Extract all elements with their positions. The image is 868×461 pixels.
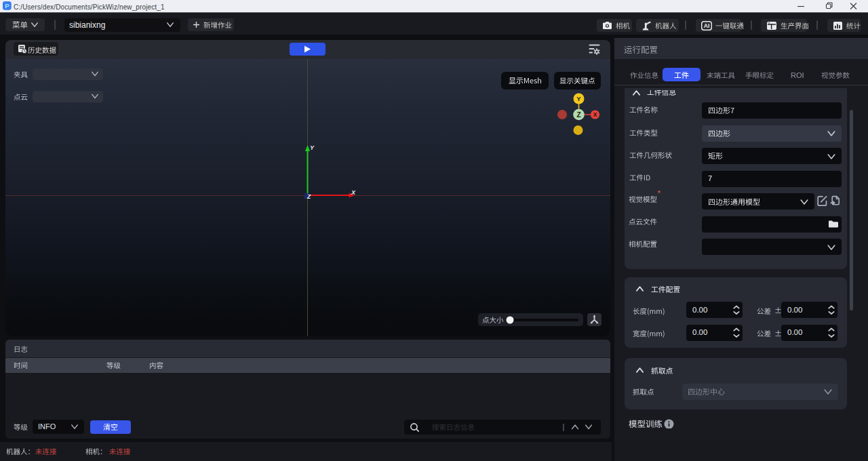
svg-text:Z: Z bbox=[307, 193, 311, 200]
svg-text:X: X bbox=[593, 111, 597, 118]
svg-text:Z: Z bbox=[576, 111, 580, 119]
svg-text:X: X bbox=[351, 189, 356, 196]
svg-text:Y: Y bbox=[310, 144, 315, 151]
svg-text:Y: Y bbox=[576, 95, 581, 102]
svg-text:AI: AI bbox=[704, 22, 710, 29]
svg-text:P: P bbox=[5, 2, 9, 9]
